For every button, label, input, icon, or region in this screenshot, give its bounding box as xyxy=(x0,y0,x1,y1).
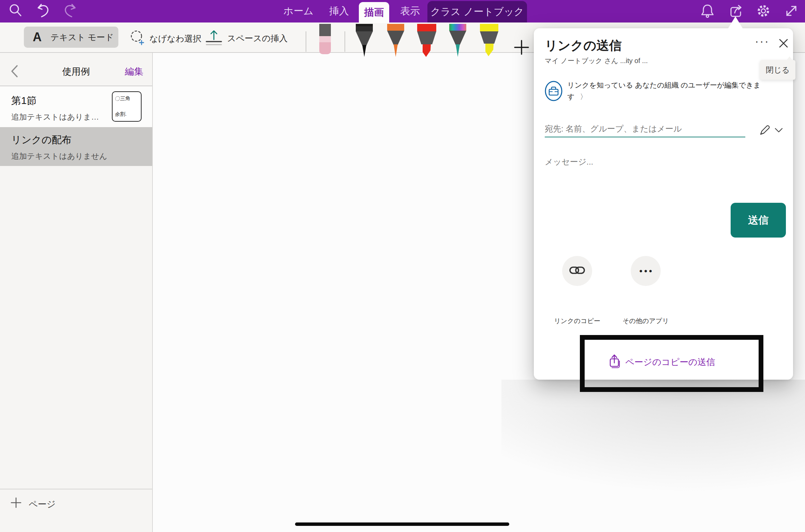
red-marker-tool[interactable] xyxy=(417,24,437,59)
orange-pen-tool[interactable] xyxy=(387,24,405,59)
permission-line1: リンクを知っている あなたの組織 のユーザーが編集できま xyxy=(567,81,761,89)
page-subtitle: 追加テキストはありません xyxy=(11,151,107,162)
redo-icon[interactable] xyxy=(63,3,78,18)
insert-space-icon xyxy=(205,29,223,48)
page-list-item[interactable]: 第1節 追加テキストはありま… 〇三角 余割. xyxy=(0,87,152,127)
tab-view-label: 表示 xyxy=(400,4,420,18)
thumbnail-handwriting: 余割. xyxy=(115,111,127,118)
lasso-select-label: なげなわ選択 xyxy=(149,33,201,44)
black-pen-tool[interactable] xyxy=(355,24,373,59)
recipient-input[interactable] xyxy=(545,121,745,137)
tab-class-notebook-label: クラス ノートブック xyxy=(430,5,524,19)
tab-class-notebook[interactable]: クラス ノートブック xyxy=(427,1,527,22)
add-page-button[interactable]: ページ xyxy=(0,489,152,519)
notifications-bell-icon[interactable] xyxy=(700,3,715,18)
rainbow-pen-tool[interactable] xyxy=(449,24,467,59)
copy-link-button[interactable] xyxy=(562,256,592,286)
plus-icon xyxy=(10,497,22,510)
search-icon[interactable] xyxy=(8,3,23,18)
resize-icon[interactable] xyxy=(784,3,799,18)
tab-home-label: ホーム xyxy=(283,4,313,18)
link-permission-row[interactable]: リンクを知っている あなたの組織 のユーザーが編集できま す 〉 xyxy=(542,77,781,109)
link-icon xyxy=(569,264,585,278)
settings-gear-icon[interactable] xyxy=(756,3,771,18)
pencil-icon[interactable] xyxy=(759,124,771,137)
notebook-subtitle: マイ ノートブック さん ...ity of ... xyxy=(545,56,648,65)
dialog-shadow-wash xyxy=(501,380,805,532)
close-button[interactable] xyxy=(778,38,789,50)
tab-insert-label: 挿入 xyxy=(329,4,349,18)
annotation-highlight-rect xyxy=(580,335,763,392)
page-thumbnail: 〇三角 余割. xyxy=(112,91,142,122)
briefcase-icon xyxy=(544,80,563,103)
close-icon xyxy=(778,44,789,50)
close-tooltip-label: 閉じる xyxy=(766,65,790,75)
thumbnail-handwriting: 〇三角 xyxy=(115,95,130,102)
chevron-right-icon: 〉 xyxy=(580,93,587,101)
add-page-label: ページ xyxy=(29,498,56,510)
permission-line2: す xyxy=(567,93,575,101)
home-indicator[interactable] xyxy=(295,522,509,526)
top-app-bar: ホーム 挿入 描画 表示 クラス ノートブック xyxy=(0,0,805,22)
sidebar-header: 使用例 編集 xyxy=(0,53,152,86)
toolbar-divider xyxy=(345,31,345,52)
ellipsis-icon: ••• xyxy=(638,266,654,276)
page-subtitle: 追加テキストはありま… xyxy=(11,112,99,122)
undo-icon[interactable] xyxy=(35,3,50,18)
add-pen-button[interactable] xyxy=(514,40,529,57)
yellow-highlighter-tool[interactable] xyxy=(480,24,499,59)
send-link-dialog: リンクの送信 ··· マイ ノートブック さん ...ity of ... リン… xyxy=(534,28,793,380)
insert-space-button[interactable]: スペースの挿入 xyxy=(205,29,288,48)
page-title: リンクの配布 xyxy=(11,133,72,147)
text-mode-a-glyph: A xyxy=(33,30,42,44)
popover-caret xyxy=(728,16,743,29)
message-input[interactable] xyxy=(545,152,756,172)
more-apps-button[interactable]: ••• xyxy=(631,256,661,286)
more-options-button[interactable]: ··· xyxy=(755,34,770,48)
toolbar-divider xyxy=(306,31,306,52)
lasso-icon xyxy=(129,29,146,48)
edit-button[interactable]: 編集 xyxy=(125,65,143,78)
dialog-title: リンクの送信 xyxy=(545,37,621,54)
send-button[interactable]: 送信 xyxy=(731,203,786,238)
page-list-item-selected[interactable]: リンクの配布 追加テキストはありません xyxy=(0,127,152,166)
page-title: 第1節 xyxy=(11,94,36,108)
close-tooltip: 閉じる xyxy=(760,60,795,80)
permission-text: リンクを知っている あなたの組織 のユーザーが編集できま す 〉 xyxy=(567,79,761,103)
page-list-sidebar: 使用例 編集 第1節 追加テキストはありま… 〇三角 余割. リンクの配布 追加… xyxy=(0,53,153,532)
text-mode-label: テキスト モード xyxy=(50,32,114,43)
text-mode-button[interactable]: A テキスト モード xyxy=(24,27,118,48)
lasso-select-button[interactable]: なげなわ選択 xyxy=(129,29,201,48)
tab-draw-label: 描画 xyxy=(364,6,384,19)
chevron-down-icon[interactable] xyxy=(775,128,783,134)
plus-icon xyxy=(514,50,529,56)
tab-draw[interactable]: 描画 xyxy=(359,2,389,23)
more-apps-label: その他のアプリ xyxy=(617,317,675,325)
tab-view[interactable]: 表示 xyxy=(399,0,421,22)
tab-home[interactable]: ホーム xyxy=(283,0,314,22)
eraser-tool[interactable] xyxy=(318,24,332,58)
copy-link-label: リンクのコピー xyxy=(550,317,604,325)
insert-space-label: スペースの挿入 xyxy=(227,33,288,44)
tab-insert[interactable]: 挿入 xyxy=(328,0,350,22)
